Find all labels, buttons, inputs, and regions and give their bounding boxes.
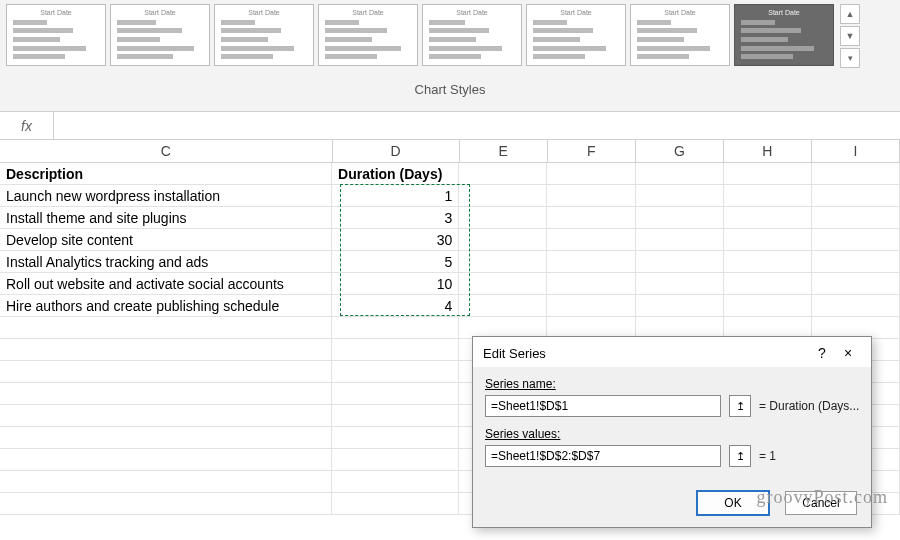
cell[interactable]	[636, 207, 724, 229]
cell[interactable]	[547, 207, 635, 229]
chart-style-thumb[interactable]: Start Date	[630, 4, 730, 66]
cell[interactable]: Develop site content	[0, 229, 332, 251]
cell[interactable]	[332, 449, 459, 471]
scroll-down-icon[interactable]: ▼	[840, 26, 860, 46]
col-header[interactable]: H	[724, 140, 812, 162]
cell[interactable]: 4	[332, 295, 459, 317]
cell[interactable]	[547, 251, 635, 273]
cell[interactable]	[724, 273, 812, 295]
cell[interactable]: 10	[332, 273, 459, 295]
cell[interactable]: Install Analytics tracking and ads	[0, 251, 332, 273]
cell[interactable]	[459, 163, 547, 185]
cell[interactable]	[0, 471, 332, 493]
cell[interactable]: Launch new wordpress installation	[0, 185, 332, 207]
help-icon[interactable]: ?	[809, 345, 835, 361]
chart-style-thumb[interactable]: Start Date	[734, 4, 834, 66]
cell[interactable]	[0, 493, 332, 515]
cell[interactable]	[0, 427, 332, 449]
cell[interactable]	[724, 295, 812, 317]
scroll-more-icon[interactable]: ▾	[840, 48, 860, 68]
cell[interactable]	[812, 163, 900, 185]
cell[interactable]	[0, 405, 332, 427]
header-cell[interactable]: Duration (Days)	[332, 163, 459, 185]
chart-style-thumb[interactable]: Start Date	[6, 4, 106, 66]
cell[interactable]	[332, 493, 459, 515]
cell[interactable]	[636, 229, 724, 251]
cell[interactable]	[724, 251, 812, 273]
formula-input[interactable]	[54, 112, 900, 139]
cell[interactable]	[636, 295, 724, 317]
cell[interactable]	[547, 295, 635, 317]
cell[interactable]: Install theme and site plugins	[0, 207, 332, 229]
cell[interactable]	[332, 471, 459, 493]
cell[interactable]	[332, 339, 459, 361]
style-scroll: ▲ ▼ ▾	[840, 4, 860, 70]
cell[interactable]	[459, 273, 547, 295]
cell[interactable]	[636, 163, 724, 185]
cell[interactable]	[0, 361, 332, 383]
cell[interactable]	[0, 383, 332, 405]
cell[interactable]	[332, 317, 459, 339]
cell[interactable]	[724, 185, 812, 207]
cell[interactable]	[547, 229, 635, 251]
cell[interactable]	[724, 163, 812, 185]
cell[interactable]	[812, 273, 900, 295]
cell[interactable]	[332, 361, 459, 383]
cell[interactable]	[724, 229, 812, 251]
col-header[interactable]: C	[0, 140, 333, 162]
cell[interactable]	[332, 383, 459, 405]
chart-style-thumb[interactable]: Start Date	[214, 4, 314, 66]
scroll-up-icon[interactable]: ▲	[840, 4, 860, 24]
header-cell[interactable]: Description	[0, 163, 332, 185]
cell[interactable]	[0, 339, 332, 361]
series-name-label: Series name:	[485, 377, 556, 391]
cell[interactable]: 30	[332, 229, 459, 251]
col-header[interactable]: D	[333, 140, 460, 162]
fx-icon[interactable]: fx	[0, 112, 54, 139]
cell[interactable]: Roll out website and activate social acc…	[0, 273, 332, 295]
cell[interactable]	[0, 317, 332, 339]
cell[interactable]	[547, 273, 635, 295]
ok-button[interactable]: OK	[697, 491, 769, 515]
series-values-input[interactable]	[485, 445, 721, 467]
cell[interactable]	[459, 295, 547, 317]
cell[interactable]	[459, 251, 547, 273]
cell[interactable]	[459, 229, 547, 251]
cell[interactable]	[812, 229, 900, 251]
collapse-dialog-icon[interactable]: ↥	[729, 395, 751, 417]
cell[interactable]	[332, 427, 459, 449]
cell[interactable]	[636, 185, 724, 207]
cell[interactable]	[812, 207, 900, 229]
collapse-dialog-icon[interactable]: ↥	[729, 445, 751, 467]
col-header[interactable]: E	[460, 140, 548, 162]
cell[interactable]: 1	[332, 185, 459, 207]
chart-style-thumb[interactable]: Start Date	[110, 4, 210, 66]
chart-style-thumb[interactable]: Start Date	[422, 4, 522, 66]
cell[interactable]	[332, 405, 459, 427]
cell[interactable]	[547, 185, 635, 207]
cell[interactable]	[812, 251, 900, 273]
close-icon[interactable]: ×	[835, 345, 861, 361]
cell[interactable]	[459, 207, 547, 229]
cell[interactable]: Hire authors and create publishing sched…	[0, 295, 332, 317]
cell[interactable]	[459, 185, 547, 207]
cancel-button[interactable]: Cancel	[785, 491, 857, 515]
cell[interactable]	[636, 273, 724, 295]
cell[interactable]	[0, 449, 332, 471]
cell[interactable]	[812, 185, 900, 207]
chart-style-thumb[interactable]: Start Date	[318, 4, 418, 66]
thumb-title: Start Date	[637, 9, 723, 16]
col-header[interactable]: G	[636, 140, 724, 162]
cell[interactable]	[636, 251, 724, 273]
cell[interactable]: 3	[332, 207, 459, 229]
col-header[interactable]: I	[812, 140, 900, 162]
chart-style-thumb[interactable]: Start Date	[526, 4, 626, 66]
dialog-body: Series name: ↥ = Duration (Days... Serie…	[473, 367, 871, 483]
series-name-input[interactable]	[485, 395, 721, 417]
col-header[interactable]: F	[548, 140, 636, 162]
table-row: Launch new wordpress installation 1	[0, 185, 900, 207]
cell[interactable]	[724, 207, 812, 229]
cell[interactable]	[547, 163, 635, 185]
cell[interactable]: 5	[332, 251, 459, 273]
cell[interactable]	[812, 295, 900, 317]
